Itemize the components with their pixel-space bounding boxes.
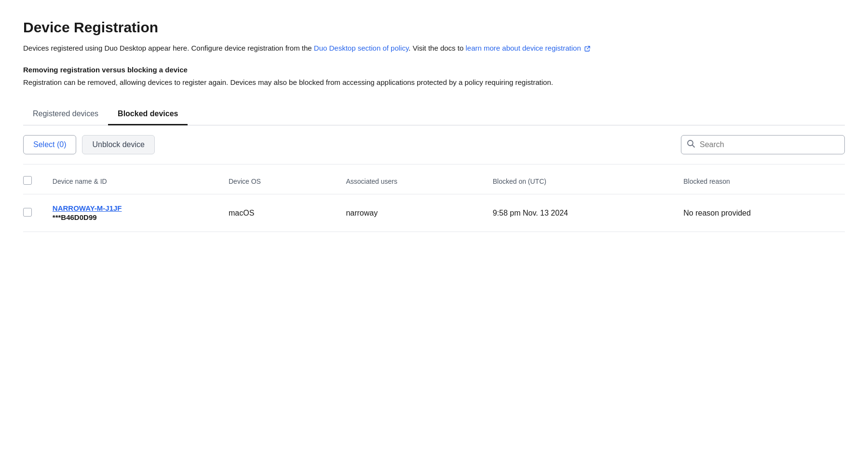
- unblock-device-button[interactable]: Unblock device: [82, 135, 155, 154]
- info-block: Removing registration versus blocking a …: [23, 66, 845, 88]
- tab-registered-devices[interactable]: Registered devices: [23, 104, 108, 125]
- page-description: Devices registered using Duo Desktop app…: [23, 42, 845, 54]
- col-header-device-os: Device OS: [229, 168, 346, 194]
- row-associated-users-cell: narroway: [346, 194, 492, 232]
- table-header: Device name & ID Device OS Associated us…: [23, 168, 845, 194]
- select-all-checkbox[interactable]: [23, 176, 32, 185]
- row-checkbox-cell: [23, 194, 53, 232]
- search-icon: [687, 139, 695, 150]
- col-header-device-name: Device name & ID: [53, 168, 229, 194]
- table-body: NARROWAY-M-J1JF ***B46D0D99 macOS narrow…: [23, 194, 845, 232]
- search-input[interactable]: [681, 135, 845, 154]
- row-blocked-on-cell: 9:58 pm Nov. 13 2024: [493, 194, 684, 232]
- col-header-associated-users: Associated users: [346, 168, 492, 194]
- table-row: NARROWAY-M-J1JF ***B46D0D99 macOS narrow…: [23, 194, 845, 232]
- duo-desktop-policy-link[interactable]: Duo Desktop section of policy: [314, 44, 409, 52]
- external-link-icon: [584, 46, 590, 52]
- device-name-link[interactable]: NARROWAY-M-J1JF: [53, 204, 223, 212]
- row-checkbox[interactable]: [23, 208, 32, 217]
- col-header-checkbox: [23, 168, 53, 194]
- learn-more-link[interactable]: learn more about device registration: [465, 44, 590, 52]
- tab-blocked-devices[interactable]: Blocked devices: [108, 104, 188, 125]
- col-header-blocked-on: Blocked on (UTC): [493, 168, 684, 194]
- row-blocked-reason-cell: No reason provided: [683, 194, 845, 232]
- device-id: ***B46D0D99: [53, 213, 97, 221]
- toolbar: Select (0) Unblock device: [23, 125, 845, 164]
- page-title: Device Registration: [23, 19, 845, 36]
- search-container: [681, 135, 845, 154]
- tabs: Registered devices Blocked devices: [23, 104, 845, 125]
- tabs-container: Registered devices Blocked devices: [23, 104, 845, 125]
- svg-line-1: [692, 145, 694, 147]
- row-device-name-cell: NARROWAY-M-J1JF ***B46D0D99: [53, 194, 229, 232]
- row-device-os-cell: macOS: [229, 194, 346, 232]
- info-block-title: Removing registration versus blocking a …: [23, 66, 845, 74]
- select-button[interactable]: Select (0): [23, 135, 76, 154]
- devices-table: Device name & ID Device OS Associated us…: [23, 168, 845, 232]
- toolbar-left: Select (0) Unblock device: [23, 135, 155, 154]
- info-block-text: Registration can be removed, allowing de…: [23, 77, 845, 88]
- col-header-blocked-reason: Blocked reason: [683, 168, 845, 194]
